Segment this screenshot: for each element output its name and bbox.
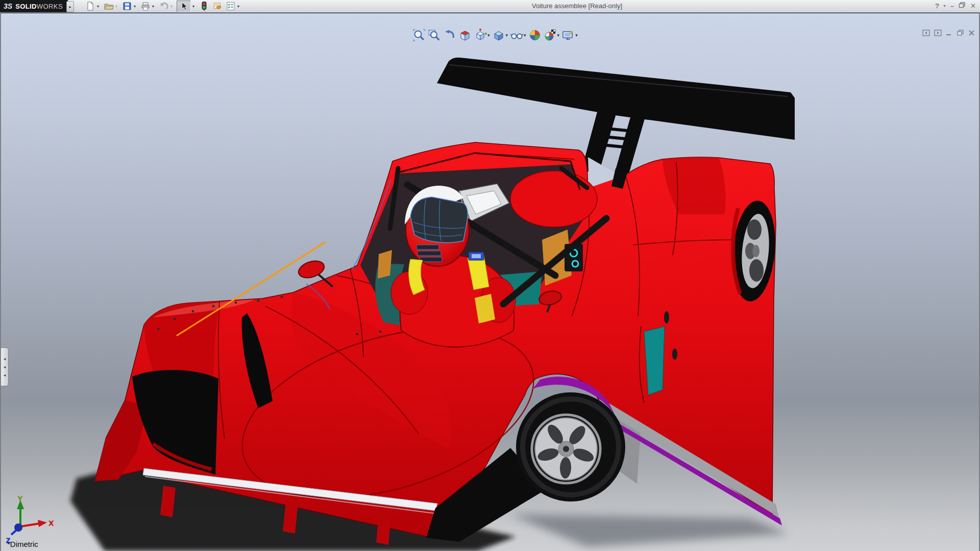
section-view-icon xyxy=(458,29,472,42)
options-group: ▾ xyxy=(225,1,241,12)
view-orientation-button[interactable]: ▾ xyxy=(474,29,490,42)
edit-color-group xyxy=(212,1,223,12)
previous-view-icon xyxy=(443,29,456,42)
hide-show-items-icon xyxy=(510,29,523,42)
document-title: Voiture assemblee [Read-only] xyxy=(532,2,622,10)
rebuild-traffic-light-icon[interactable] xyxy=(199,1,209,12)
title-bar: 3S SOLIDWORKS ▸ ▾ ▾ ▾ xyxy=(0,0,980,13)
view-settings-icon xyxy=(561,29,575,42)
display-style-caret[interactable]: ▾ xyxy=(506,33,508,38)
rebuild-group xyxy=(199,1,209,12)
undo-group: ▾ xyxy=(158,1,174,12)
doc-restore-button[interactable] xyxy=(957,30,964,36)
document-window-controls xyxy=(922,30,975,36)
open-caret[interactable]: ▾ xyxy=(114,4,119,9)
display-style-icon xyxy=(492,29,505,42)
select-group: ▾ xyxy=(177,1,196,12)
save-caret[interactable]: ▾ xyxy=(132,4,137,9)
zoom-to-fit-button[interactable] xyxy=(412,29,426,42)
orientation-triad: Y X Z xyxy=(3,496,59,547)
select-tool-button[interactable] xyxy=(177,1,191,12)
tile-left-button[interactable] xyxy=(922,30,930,36)
new-document-group: ▾ xyxy=(85,1,101,12)
help-button[interactable]: ? xyxy=(935,2,939,10)
view-settings-button[interactable]: ▾ xyxy=(561,29,578,42)
edit-appearance-icon xyxy=(528,29,542,42)
previous-view-button[interactable] xyxy=(443,29,456,42)
triad-y-label: Y xyxy=(18,496,22,503)
collapse-arrow-icon: ◂ xyxy=(4,357,6,361)
brand-works: WORKS xyxy=(37,3,63,10)
print-caret[interactable]: ▾ xyxy=(151,4,156,9)
driver-helmet xyxy=(405,186,469,266)
save-group: ▾ xyxy=(121,1,137,12)
solidworks-logo: 3S SOLIDWORKS xyxy=(0,0,68,12)
help-caret[interactable]: ▾ xyxy=(944,4,946,8)
collapse-arrow-icon: ◂ xyxy=(4,365,6,369)
doc-minimize-button[interactable] xyxy=(946,30,952,36)
select-caret[interactable]: ▾ xyxy=(191,4,196,9)
rear-wheel[interactable] xyxy=(516,392,625,502)
edit-color-icon[interactable] xyxy=(212,1,223,12)
app-restore-button[interactable] xyxy=(959,1,966,10)
app-minimize-button[interactable]: – xyxy=(950,2,954,10)
brand-solid: SOLID xyxy=(15,3,37,10)
solidworks-window: 3S SOLIDWORKS ▸ ▾ ▾ ▾ xyxy=(0,0,980,551)
view-orientation-icon xyxy=(474,29,487,42)
print-icon[interactable] xyxy=(140,1,151,12)
apply-scene-icon xyxy=(544,29,557,42)
view-settings-caret[interactable]: ▾ xyxy=(575,33,578,38)
zoom-to-area-icon xyxy=(428,29,441,42)
ds-logo-mark: 3S xyxy=(4,2,12,10)
select-cursor-icon xyxy=(179,2,188,11)
display-style-button[interactable]: ▾ xyxy=(492,29,508,42)
section-view-button[interactable] xyxy=(458,29,472,42)
undo-caret[interactable]: ▾ xyxy=(169,4,174,9)
zoom-to-fit-icon xyxy=(412,29,426,42)
options-list-icon[interactable] xyxy=(225,1,236,12)
new-document-caret[interactable]: ▾ xyxy=(95,4,101,9)
open-group: ▾ xyxy=(103,1,119,12)
apply-scene-button[interactable]: ▾ xyxy=(544,29,560,42)
options-caret[interactable]: ▾ xyxy=(236,4,241,9)
doc-close-button[interactable] xyxy=(968,30,975,36)
open-icon[interactable] xyxy=(103,1,114,12)
zoom-to-area-button[interactable] xyxy=(428,29,441,42)
headsup-view-toolbar: ▾ ▾ ▾ ▾ ▾ xyxy=(412,29,580,42)
new-document-icon[interactable] xyxy=(85,1,95,12)
view-orientation-caret[interactable]: ▾ xyxy=(487,33,490,38)
apply-scene-caret[interactable]: ▾ xyxy=(557,33,560,38)
hide-show-items-caret[interactable]: ▾ xyxy=(524,33,526,38)
print-group: ▾ xyxy=(140,1,156,12)
app-close-button[interactable]: ✕ xyxy=(970,2,976,10)
app-window-controls: ? ▾ – ✕ xyxy=(935,1,976,10)
view-orientation-label: *Dimetric xyxy=(7,540,38,548)
menu-expand-tab[interactable]: ▸ xyxy=(66,1,74,12)
tile-right-button[interactable] xyxy=(934,30,942,36)
save-icon[interactable] xyxy=(121,1,132,12)
edit-appearance-button[interactable] xyxy=(528,29,542,42)
feature-manager-collapsed-tab[interactable]: ◂ ◂ ◂ xyxy=(1,347,9,386)
undo-icon[interactable] xyxy=(158,1,169,12)
standard-toolbar: ▾ ▾ ▾ ▾ ▾ xyxy=(85,1,243,12)
model-voiture-assemblee[interactable] xyxy=(0,0,980,551)
hide-show-items-button[interactable]: ▾ xyxy=(510,29,526,42)
triad-x-label: X xyxy=(49,519,54,527)
collapse-arrow-icon: ◂ xyxy=(4,373,6,378)
